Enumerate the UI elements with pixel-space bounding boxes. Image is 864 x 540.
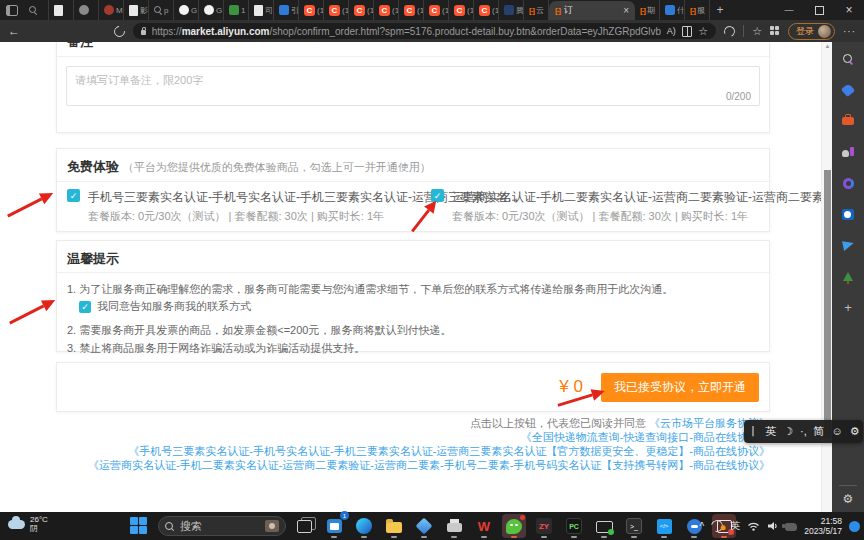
apps-grid-icon[interactable] bbox=[770, 26, 780, 36]
edge-icon[interactable] bbox=[352, 514, 376, 538]
tab-actions-icon bbox=[6, 5, 18, 16]
scrollbar-thumb[interactable] bbox=[824, 170, 831, 438]
browser-tab[interactable]: p bbox=[149, 0, 174, 20]
microsoft-store-icon[interactable]: 1 bbox=[322, 514, 346, 538]
close-tab-icon[interactable]: × bbox=[623, 6, 629, 16]
printer-icon[interactable] bbox=[442, 514, 466, 538]
browser-tab[interactable]: 影 bbox=[124, 0, 149, 20]
agreement-link[interactable]: 《运营商实名认证-手机二要素实名认证-运营商二要素验证-运营商二要素-手机号二要… bbox=[88, 459, 770, 471]
ime-halfwidth-icon[interactable]: ☽ bbox=[783, 426, 793, 437]
refresh-icon[interactable] bbox=[112, 23, 127, 38]
start-button[interactable] bbox=[130, 517, 148, 535]
settings-gear-icon[interactable]: ⚙ bbox=[832, 492, 864, 506]
login-button[interactable]: 登录 bbox=[788, 23, 835, 40]
send-icon[interactable] bbox=[840, 237, 856, 253]
outlook-icon[interactable] bbox=[840, 206, 856, 222]
browser-tab[interactable]: 司 bbox=[249, 0, 274, 20]
maximize-button[interactable] bbox=[804, 0, 834, 20]
browser-tab-csdn[interactable]: (1 bbox=[399, 0, 424, 20]
browser-tab-csdn[interactable]: (1 bbox=[374, 0, 399, 20]
favorites-star-icon[interactable]: ☆ bbox=[698, 26, 708, 37]
browser-tab-csdn[interactable]: (1 bbox=[474, 0, 499, 20]
agreement-link[interactable]: 《手机号三要素实名认证-手机号实名认证-手机三要素实名认证-运营商三要素实名认证… bbox=[128, 445, 770, 457]
wps-icon[interactable]: W bbox=[472, 514, 496, 538]
url-text[interactable]: https://market.aliyun.com/shop/confirm_o… bbox=[152, 26, 661, 37]
browser-tab-csdn[interactable]: (1 bbox=[449, 0, 474, 20]
wifi-icon[interactable] bbox=[747, 521, 760, 531]
ime-punctuation-icon[interactable]: ·, bbox=[800, 426, 807, 437]
browser-tab[interactable]: 腾 bbox=[499, 0, 524, 20]
read-aloud-icon[interactable]: A) bbox=[667, 26, 676, 36]
browser-tab-aliyun[interactable]: 服 bbox=[685, 0, 710, 20]
update-sync-icon[interactable] bbox=[709, 518, 725, 534]
search-icon[interactable] bbox=[840, 51, 856, 67]
active-tab-order-confirm[interactable]: 订 × bbox=[549, 1, 635, 20]
volume-icon[interactable] bbox=[767, 521, 778, 531]
taskbar-search[interactable]: 搜索 bbox=[158, 516, 286, 536]
vscode-icon[interactable]: </> bbox=[652, 514, 676, 538]
browser-tab[interactable] bbox=[74, 0, 99, 20]
sunlogin-icon[interactable] bbox=[592, 514, 616, 538]
remark-textarea[interactable]: 请填写订单备注，限200字 0/200 bbox=[66, 66, 760, 106]
zy-app-icon[interactable]: ZY bbox=[532, 514, 556, 538]
add-icon[interactable]: + bbox=[840, 299, 856, 315]
browser-tab[interactable]: G bbox=[174, 0, 199, 20]
task-view-button[interactable] bbox=[292, 514, 316, 538]
browser-tab-csdn[interactable]: (1 bbox=[424, 0, 449, 20]
toolbox-icon[interactable] bbox=[840, 113, 856, 129]
agreement-link[interactable]: 《全国快递物流查询-快递查询接口-商品在线协议》 bbox=[521, 431, 770, 443]
pycharm-icon[interactable]: PC bbox=[562, 514, 586, 538]
notification-badge[interactable] bbox=[849, 521, 860, 532]
loop-icon[interactable] bbox=[840, 175, 856, 191]
tray-app-icon[interactable] bbox=[785, 523, 797, 531]
trial-item-2-name[interactable]: 运营商实名认证-手机二要素实名认证-运营商二要素验证-运营商二要素-手机号... bbox=[452, 189, 832, 206]
browser-tab-aliyun[interactable]: 期 bbox=[635, 0, 660, 20]
browser-tab-csdn[interactable]: (1 bbox=[299, 0, 324, 20]
back-button[interactable]: ← bbox=[8, 25, 20, 37]
checkbox-trial-1[interactable]: ✓ bbox=[67, 189, 80, 202]
people-icon[interactable] bbox=[840, 144, 856, 160]
browser-tab-csdn[interactable]: (1 bbox=[349, 0, 374, 20]
ime-language-toggle[interactable]: 英 bbox=[765, 426, 776, 437]
address-bar[interactable]: https://market.aliyun.com/shop/confirm_o… bbox=[133, 23, 716, 39]
browser-tab[interactable]: 1 bbox=[224, 0, 249, 20]
visual-search-icon[interactable] bbox=[265, 520, 279, 532]
hidden-icons-chevron[interactable]: ^ bbox=[699, 521, 704, 532]
new-tab-button[interactable]: + bbox=[710, 0, 730, 20]
browser-tab[interactable] bbox=[49, 0, 74, 20]
consent-label[interactable]: 我同意告知服务商我的联系方式 bbox=[97, 299, 251, 314]
collections-icon[interactable]: ☆ bbox=[752, 26, 762, 37]
tab-actions-button[interactable] bbox=[0, 0, 24, 20]
footer-line-4: 《运营商实名认证-手机二要素实名认证-运营商二要素验证-运营商二要素-手机号二要… bbox=[56, 458, 770, 472]
browser-tab[interactable]: M bbox=[99, 0, 124, 20]
ime-simplified-toggle[interactable]: 简 bbox=[814, 426, 825, 437]
sync-icon[interactable] bbox=[723, 24, 737, 38]
taskbar-clock[interactable]: 21:582023/5/17 bbox=[804, 516, 842, 536]
split-screen-icon[interactable] bbox=[682, 26, 692, 37]
photos-icon[interactable] bbox=[412, 514, 436, 538]
tree-icon[interactable] bbox=[840, 268, 856, 284]
scroll-up-icon[interactable]: ▲ bbox=[822, 43, 832, 49]
ime-emoji-icon[interactable]: ☺ bbox=[832, 426, 843, 437]
minimize-button[interactable]: — bbox=[774, 0, 804, 20]
ime-mode-indicator[interactable]: 英 bbox=[730, 519, 740, 533]
browser-tab[interactable] bbox=[24, 0, 49, 20]
file-explorer-icon[interactable] bbox=[382, 514, 406, 538]
browser-tab-csdn[interactable]: (1 bbox=[324, 0, 349, 20]
clock-time: 21:58 bbox=[804, 516, 842, 526]
browser-tab-aliyun[interactable]: 云 bbox=[524, 0, 549, 20]
weather-widget[interactable]: 26°C阴 bbox=[8, 515, 48, 533]
csdn-icon bbox=[304, 5, 315, 16]
checkbox-consent[interactable]: ✓ bbox=[79, 301, 91, 313]
ime-toolbar[interactable]: 丨 英 ☽ ·, 简 ☺ ⚙ bbox=[744, 420, 863, 443]
submit-order-button[interactable]: 我已接受协议，立即开通 bbox=[601, 373, 759, 402]
browser-tab[interactable]: 引 bbox=[274, 0, 299, 20]
more-menu-icon[interactable]: ··· bbox=[843, 26, 856, 37]
ime-settings-icon[interactable]: ⚙ bbox=[850, 426, 860, 437]
shopping-tag-icon[interactable] bbox=[840, 82, 856, 98]
close-window-button[interactable]: × bbox=[834, 0, 864, 20]
browser-tab[interactable]: G bbox=[199, 0, 224, 20]
terminal-icon[interactable]: >_ bbox=[622, 514, 646, 538]
browser-tab[interactable]: 什 bbox=[660, 0, 685, 20]
wechat-icon[interactable] bbox=[502, 514, 526, 538]
